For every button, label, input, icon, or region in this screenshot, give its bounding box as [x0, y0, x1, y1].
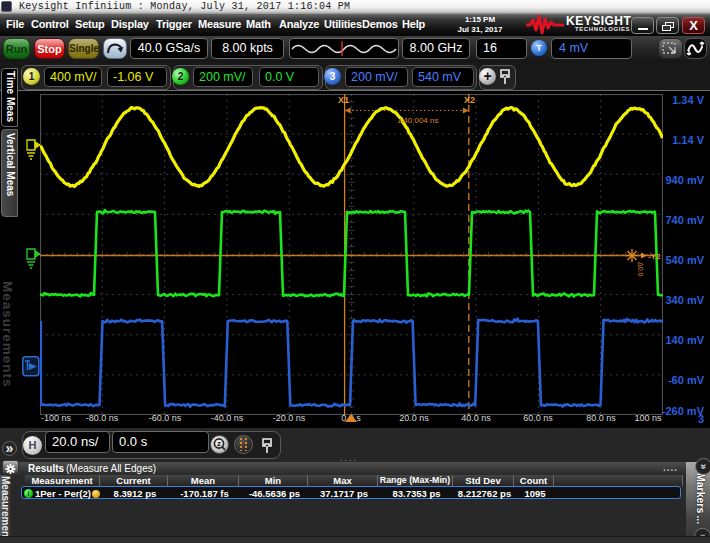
- svg-text:Δ0.0: Δ0.0: [637, 262, 644, 277]
- svg-text:X2: X2: [464, 95, 475, 105]
- svg-text:X1: X1: [338, 95, 349, 105]
- svg-text:Δ40.004 ns: Δ40.004 ns: [398, 116, 438, 125]
- svg-text:z: z: [217, 439, 221, 448]
- svg-text:-Y2: -Y2: [648, 252, 661, 261]
